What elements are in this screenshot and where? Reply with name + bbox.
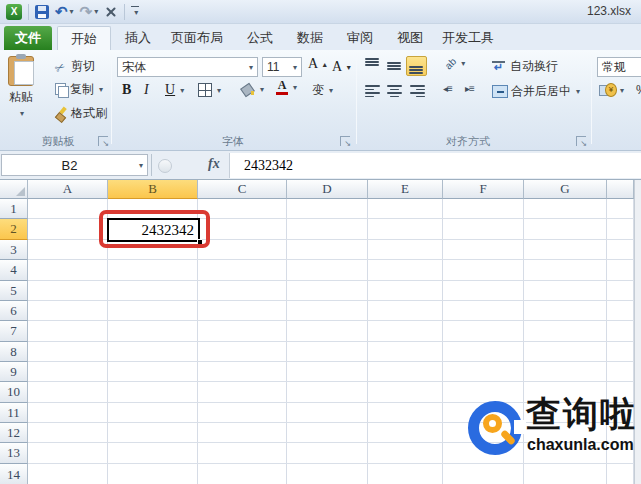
shrink-font-button[interactable]: A▼ — [332, 59, 352, 75]
column-header-a[interactable]: A — [28, 180, 108, 199]
number-format-value: 常规 — [602, 59, 626, 76]
row-header-14[interactable]: 14 — [0, 464, 28, 484]
decrease-indent-button[interactable]: ◂≡ — [443, 83, 452, 94]
chevron-down-icon: ▾ — [134, 8, 138, 17]
accounting-format-button[interactable]: ▾ — [599, 83, 624, 97]
orientation-icon: ab — [443, 56, 459, 72]
row-header-3[interactable]: 3 — [0, 240, 28, 260]
tab-formulas[interactable]: 公式 — [241, 26, 279, 50]
chevron-down-icon[interactable]: ▾ — [576, 87, 580, 96]
row-header-11[interactable]: 11 — [0, 403, 28, 423]
row-header-9[interactable]: 9 — [0, 362, 28, 382]
paste-button[interactable]: 粘贴 ▾ — [8, 56, 34, 118]
align-left-button[interactable] — [362, 81, 383, 101]
column-header-g[interactable]: G — [524, 180, 607, 199]
row-header-12[interactable]: 12 — [0, 423, 28, 443]
tools-button[interactable] — [104, 5, 118, 19]
copy-button[interactable]: 复制 ▾ — [55, 81, 103, 98]
cut-button[interactable]: ✂ 剪切 — [55, 58, 95, 75]
chevron-down-icon[interactable]: ▾ — [260, 85, 264, 94]
paste-label: 粘贴 — [9, 89, 33, 106]
grow-font-button[interactable]: A▲ — [308, 56, 328, 72]
row-header-8[interactable]: 8 — [0, 342, 28, 362]
align-top-button[interactable] — [362, 56, 383, 76]
tab-data[interactable]: 数据 — [291, 26, 329, 50]
align-bottom-icon — [409, 58, 425, 74]
format-painter-label: 格式刷 — [71, 105, 107, 122]
italic-button[interactable]: I — [144, 82, 149, 98]
name-box[interactable]: B2 ▾ — [1, 154, 148, 176]
font-name-combobox[interactable]: 宋体 ▾ — [117, 57, 258, 77]
column-header-f[interactable]: F — [443, 180, 524, 199]
row-header-13[interactable]: 13 — [0, 443, 28, 464]
chevron-down-icon[interactable]: ▾ — [620, 86, 624, 95]
cut-label: 剪切 — [71, 58, 95, 75]
row-header-1[interactable]: 1 — [0, 199, 28, 219]
merge-center-button[interactable]: 合并后居中▾ — [492, 83, 580, 100]
chevron-down-icon[interactable]: ▾ — [139, 161, 143, 170]
clipboard-dialog-launcher[interactable]: ↘ — [98, 136, 108, 146]
column-header-b[interactable]: B — [108, 180, 198, 199]
column-header-e[interactable]: E — [368, 180, 443, 199]
bold-button[interactable]: B — [122, 82, 131, 98]
tab-page-layout[interactable]: 页面布局 — [164, 26, 230, 50]
align-middle-button[interactable] — [384, 56, 405, 76]
row-header-7[interactable]: 7 — [0, 321, 28, 342]
underline-button[interactable]: U▾ — [165, 82, 184, 98]
chevron-down-icon[interactable]: ▾ — [94, 7, 98, 16]
align-right-button[interactable] — [406, 81, 427, 101]
row-header-5[interactable]: 5 — [0, 281, 28, 301]
tab-review[interactable]: 审阅 — [341, 26, 379, 50]
save-button[interactable] — [35, 5, 49, 19]
phonetic-guide-button[interactable]: 变▾ — [312, 82, 333, 99]
column-header-c[interactable]: C — [198, 180, 287, 199]
tab-developer[interactable]: 开发工具 — [436, 26, 500, 50]
fill-color-button[interactable]: ▾ — [240, 83, 264, 96]
increase-indent-button[interactable]: ▸≡ — [465, 83, 474, 94]
chevron-down-icon[interactable]: ▾ — [249, 63, 253, 72]
font-size-value: 11 — [267, 60, 279, 74]
font-size-combobox[interactable]: 11 ▾ — [262, 57, 302, 77]
row-header-4[interactable]: 4 — [0, 260, 28, 281]
tab-file[interactable]: 文件 — [4, 26, 52, 50]
font-dialog-launcher[interactable]: ↘ — [340, 136, 350, 146]
chevron-down-icon[interactable]: ▾ — [293, 83, 297, 92]
ribbon: 粘贴 ▾ ✂ 剪切 复制 ▾ 格式刷 剪贴板 ↘ 宋体 ▾ 11 ▾ A▲ A▼… — [0, 50, 641, 151]
chevron-down-icon[interactable]: ▾ — [70, 7, 74, 16]
row-header-6[interactable]: 6 — [0, 301, 28, 321]
undo-button[interactable]: ↶▾ — [55, 5, 74, 19]
formula-input[interactable]: 2432342 — [229, 153, 641, 178]
column-header-partial[interactable] — [607, 180, 634, 199]
chevron-down-icon[interactable]: ▾ — [329, 86, 333, 95]
column-header-d[interactable]: D — [287, 180, 368, 199]
tab-insert[interactable]: 插入 — [117, 26, 159, 50]
tab-home[interactable]: 开始 — [57, 26, 111, 50]
number-format-combobox[interactable]: 常规 — [597, 57, 641, 77]
chevron-down-icon[interactable]: ▾ — [20, 109, 24, 118]
alignment-dialog-launcher[interactable]: ↘ — [576, 136, 586, 146]
orientation-button[interactable]: ab▾ — [445, 58, 465, 69]
row-header-2[interactable]: 2 — [0, 219, 28, 240]
chevron-down-icon[interactable]: ▾ — [217, 86, 221, 95]
font-name-value: 宋体 — [122, 59, 146, 76]
align-bottom-button[interactable] — [406, 56, 427, 76]
redo-icon: ↷ — [80, 5, 93, 19]
chevron-down-icon[interactable]: ▾ — [180, 86, 184, 95]
logo-ring-gap — [514, 420, 526, 434]
borders-button[interactable]: ▾ — [198, 83, 221, 97]
chevron-down-icon[interactable]: ▾ — [99, 85, 103, 94]
redo-button[interactable]: ↷▾ — [80, 5, 99, 19]
tab-view[interactable]: 视图 — [391, 26, 429, 50]
customize-quick-access-button[interactable]: ▾ — [131, 6, 139, 17]
percent-format-button[interactable]: % — [636, 83, 641, 97]
chevron-down-icon[interactable]: ▾ — [293, 63, 297, 72]
percent-icon: % — [636, 83, 641, 97]
chevron-down-icon[interactable]: ▾ — [461, 59, 465, 68]
wrap-text-button[interactable]: 自动换行 — [492, 58, 558, 75]
format-painter-button[interactable]: 格式刷 — [55, 105, 107, 122]
row-header-10[interactable]: 10 — [0, 382, 28, 403]
font-color-button[interactable]: A▾ — [276, 80, 297, 95]
insert-function-button[interactable]: fx — [208, 156, 220, 172]
select-all-corner[interactable] — [0, 180, 28, 199]
align-center-button[interactable] — [384, 81, 405, 101]
